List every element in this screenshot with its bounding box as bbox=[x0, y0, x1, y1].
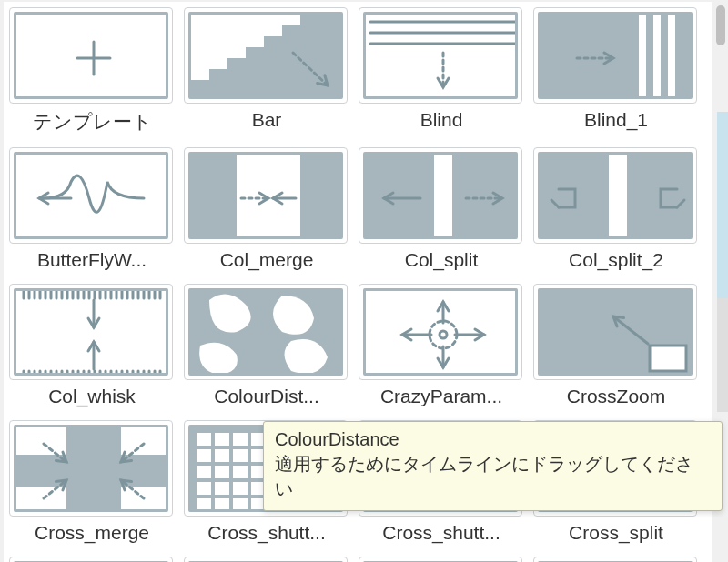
transition-label: Col_split bbox=[359, 244, 524, 280]
transition-thumb[interactable] bbox=[184, 557, 348, 562]
transition-label: CrossZoom bbox=[533, 380, 699, 416]
transition-label: Blind_1 bbox=[533, 104, 699, 140]
colwhisk-icon bbox=[14, 288, 168, 376]
tooltip-title: ColourDistance bbox=[275, 429, 711, 450]
transition-thumb[interactable] bbox=[533, 284, 697, 380]
transition-thumb[interactable] bbox=[533, 147, 697, 244]
transition-thumb[interactable] bbox=[359, 7, 522, 104]
colsplit2-icon bbox=[538, 152, 693, 239]
transition-label: Bar bbox=[184, 104, 349, 140]
tooltip: ColourDistance 適用するためにタイムラインにドラッグしてください bbox=[263, 421, 723, 511]
transition-label: テンプレート bbox=[9, 104, 175, 144]
transition-item: Cross_merge bbox=[9, 420, 175, 553]
svg-rect-9 bbox=[541, 15, 690, 96]
plus-icon bbox=[14, 12, 168, 99]
transition-thumb[interactable] bbox=[359, 557, 522, 562]
transition-thumb[interactable] bbox=[533, 7, 697, 104]
svg-rect-11 bbox=[653, 15, 661, 96]
transition-label: ColourDist... bbox=[184, 380, 349, 416]
transition-thumb[interactable] bbox=[533, 557, 697, 562]
transition-item: CrazyParam... bbox=[359, 284, 524, 416]
crosszoom-icon bbox=[538, 288, 693, 376]
transition-item: CrossZoom bbox=[533, 284, 699, 416]
transition-thumb[interactable] bbox=[359, 147, 522, 244]
transition-label: Col_split_2 bbox=[533, 244, 699, 280]
colourdist-icon bbox=[188, 288, 343, 376]
svg-rect-10 bbox=[639, 15, 646, 96]
transition-item: Col_merge bbox=[184, 147, 349, 280]
transition-item bbox=[533, 557, 699, 562]
transition-item bbox=[359, 557, 524, 562]
transition-thumb[interactable] bbox=[184, 284, 348, 380]
svg-rect-115 bbox=[215, 466, 229, 478]
svg-rect-89 bbox=[650, 346, 686, 371]
tooltip-body: 適用するためにタイムラインにドラッグしてください bbox=[275, 452, 711, 501]
svg-rect-20 bbox=[452, 155, 515, 236]
background-strip bbox=[717, 112, 728, 412]
colsplit-icon bbox=[363, 152, 518, 239]
svg-rect-100 bbox=[233, 433, 248, 446]
svg-rect-98 bbox=[197, 433, 211, 446]
transition-item bbox=[184, 557, 349, 562]
transition-item: Bar bbox=[184, 7, 349, 144]
crossmerge-icon bbox=[14, 425, 168, 512]
transition-label: Cross_split bbox=[533, 517, 699, 553]
transition-thumb[interactable] bbox=[9, 420, 173, 517]
svg-rect-99 bbox=[215, 433, 229, 446]
svg-rect-124 bbox=[233, 482, 248, 495]
transition-thumb[interactable] bbox=[184, 147, 348, 244]
svg-rect-15 bbox=[191, 155, 237, 236]
transition-label: CrazyParam... bbox=[359, 380, 524, 416]
svg-point-82 bbox=[430, 321, 457, 348]
transition-label: Col_merge bbox=[184, 244, 349, 280]
transition-thumb[interactable] bbox=[9, 284, 173, 380]
svg-rect-19 bbox=[366, 155, 434, 236]
transition-label: Cross_merge bbox=[9, 517, 175, 553]
transition-label: Cross_shutt... bbox=[184, 517, 349, 553]
butterfly-icon bbox=[14, 152, 168, 239]
blind-icon bbox=[363, 12, 518, 99]
svg-rect-107 bbox=[215, 449, 229, 462]
svg-rect-114 bbox=[197, 466, 211, 478]
transition-thumb[interactable] bbox=[9, 557, 173, 562]
svg-point-83 bbox=[440, 331, 447, 338]
transition-thumb[interactable] bbox=[359, 284, 522, 380]
transition-label: ButterFlyW... bbox=[9, 244, 175, 280]
svg-rect-12 bbox=[668, 15, 675, 96]
transition-item: Col_whisk bbox=[9, 284, 175, 416]
blind1-icon bbox=[538, 12, 693, 99]
crazyparam-icon bbox=[363, 288, 518, 376]
transition-item bbox=[9, 557, 175, 562]
svg-rect-16 bbox=[300, 155, 340, 236]
svg-rect-131 bbox=[215, 498, 229, 509]
transition-item: Col_split_2 bbox=[533, 147, 699, 280]
transition-item: ColourDist... bbox=[184, 284, 349, 416]
svg-rect-106 bbox=[197, 449, 211, 462]
transition-item: テンプレート bbox=[9, 7, 175, 144]
transition-thumb[interactable] bbox=[184, 7, 348, 104]
svg-rect-122 bbox=[197, 482, 211, 495]
transition-item: Col_split bbox=[359, 147, 524, 280]
svg-rect-123 bbox=[215, 482, 229, 495]
svg-rect-116 bbox=[233, 466, 248, 478]
transition-item: Blind_1 bbox=[533, 7, 699, 144]
colmerge-icon bbox=[188, 152, 343, 239]
transition-item: ButterFlyW... bbox=[9, 147, 175, 280]
svg-rect-130 bbox=[197, 498, 211, 509]
svg-rect-132 bbox=[233, 498, 248, 509]
bar-icon bbox=[188, 12, 343, 99]
svg-rect-108 bbox=[233, 449, 248, 462]
transition-thumb[interactable] bbox=[9, 147, 173, 244]
transition-label: Col_whisk bbox=[9, 380, 175, 416]
svg-rect-24 bbox=[627, 155, 690, 236]
transition-thumb[interactable] bbox=[9, 7, 173, 104]
transition-label: Blind bbox=[359, 104, 524, 140]
scrollbar-thumb[interactable] bbox=[716, 5, 725, 45]
transition-item: Blind bbox=[359, 7, 524, 144]
svg-rect-92 bbox=[16, 455, 166, 487]
transition-label: Cross_shutt... bbox=[359, 517, 524, 553]
